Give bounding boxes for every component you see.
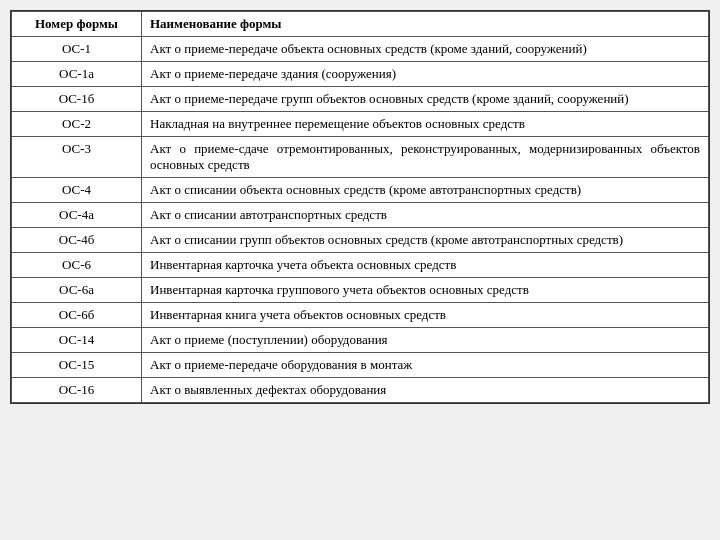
form-code-cell: ОС-1б — [12, 87, 142, 112]
table-row: ОС-6бИнвентарная книга учета объектов ос… — [12, 303, 709, 328]
table-row: ОС-6аИнвентарная карточка группового уче… — [12, 278, 709, 303]
form-code-cell: ОС-1а — [12, 62, 142, 87]
form-name-cell: Акт о списании автотранспортных средств — [142, 203, 709, 228]
table-row: ОС-2Накладная на внутреннее перемещение … — [12, 112, 709, 137]
form-name-cell: Акт о приеме-передаче объекта основных с… — [142, 37, 709, 62]
form-name-cell: Акт о приеме-передаче групп объектов осн… — [142, 87, 709, 112]
form-code-cell: ОС-4а — [12, 203, 142, 228]
table-row: ОС-16Акт о выявленных дефектах оборудова… — [12, 378, 709, 403]
form-code-cell: ОС-4б — [12, 228, 142, 253]
table-row: ОС-14Акт о приеме (поступлении) оборудов… — [12, 328, 709, 353]
form-name-cell: Акт о выявленных дефектах оборудования — [142, 378, 709, 403]
form-name-cell: Инвентарная карточка учета объекта основ… — [142, 253, 709, 278]
form-code-cell: ОС-4 — [12, 178, 142, 203]
table-row: ОС-4аАкт о списании автотранспортных сре… — [12, 203, 709, 228]
table-row: ОС-3Акт о приеме-сдаче отремонтированных… — [12, 137, 709, 178]
form-name-cell: Акт о списании групп объектов основных с… — [142, 228, 709, 253]
form-code-cell: ОС-3 — [12, 137, 142, 178]
form-name-cell: Акт о приеме (поступлении) оборудования — [142, 328, 709, 353]
form-code-cell: ОС-6б — [12, 303, 142, 328]
forms-table: Номер формы Наименование формы ОС-1Акт о… — [11, 11, 709, 403]
table-row: ОС-4бАкт о списании групп объектов основ… — [12, 228, 709, 253]
form-code-cell: ОС-1 — [12, 37, 142, 62]
main-table-container: Номер формы Наименование формы ОС-1Акт о… — [10, 10, 710, 404]
form-code-cell: ОС-16 — [12, 378, 142, 403]
table-row: ОС-1Акт о приеме-передаче объекта основн… — [12, 37, 709, 62]
form-name-cell: Акт о приеме-передаче оборудования в мон… — [142, 353, 709, 378]
form-name-cell: Акт о приеме-передаче здания (сооружения… — [142, 62, 709, 87]
table-row: ОС-1бАкт о приеме-передаче групп объекто… — [12, 87, 709, 112]
header-form-name: Наименование формы — [142, 12, 709, 37]
table-row: ОС-15Акт о приеме-передаче оборудования … — [12, 353, 709, 378]
form-name-cell: Инвентарная карточка группового учета об… — [142, 278, 709, 303]
form-code-cell: ОС-15 — [12, 353, 142, 378]
form-code-cell: ОС-14 — [12, 328, 142, 353]
form-name-cell: Накладная на внутреннее перемещение объе… — [142, 112, 709, 137]
table-row: ОС-1аАкт о приеме-передаче здания (соору… — [12, 62, 709, 87]
table-row: ОС-6Инвентарная карточка учета объекта о… — [12, 253, 709, 278]
table-row: ОС-4Акт о списании объекта основных сред… — [12, 178, 709, 203]
form-name-cell: Инвентарная книга учета объектов основны… — [142, 303, 709, 328]
table-header-row: Номер формы Наименование формы — [12, 12, 709, 37]
form-code-cell: ОС-2 — [12, 112, 142, 137]
header-form-code: Номер формы — [12, 12, 142, 37]
form-name-cell: Акт о приеме-сдаче отремонтированных, ре… — [142, 137, 709, 178]
form-code-cell: ОС-6 — [12, 253, 142, 278]
form-code-cell: ОС-6а — [12, 278, 142, 303]
form-name-cell: Акт о списании объекта основных средств … — [142, 178, 709, 203]
